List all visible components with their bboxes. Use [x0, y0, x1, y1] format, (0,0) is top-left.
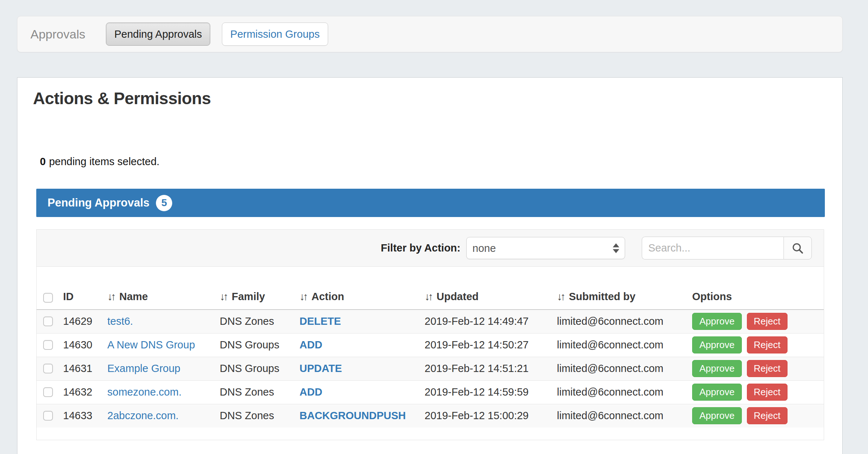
action-filter-select[interactable]: none: [466, 237, 625, 259]
row-action-link[interactable]: ADD: [299, 386, 322, 398]
filter-bar: Filter by Action: none: [36, 229, 824, 267]
row-name-cell: Example Group: [107, 357, 220, 380]
row-updated: 2019-Feb-12 14:59:59: [425, 380, 557, 404]
table-row: 14630 A New DNS Group DNS Groups ADD 201…: [37, 333, 824, 357]
row-name-link[interactable]: 2abczone.com.: [107, 410, 179, 421]
section-title: Pending Approvals: [47, 196, 149, 209]
table-row: 14631 Example Group DNS Groups UPDATE 20…: [37, 357, 824, 380]
row-action-cell: DELETE: [299, 310, 425, 333]
row-checkbox[interactable]: [43, 364, 53, 373]
row-submitted-by: limited@6connect.com: [557, 357, 692, 380]
col-header-name[interactable]: ↓↑Name: [107, 267, 220, 310]
sort-icon[interactable]: ↓↑: [220, 291, 227, 302]
table-row: 14632 somezone.com. DNS Zones ADD 2019-F…: [37, 380, 824, 404]
approve-button[interactable]: Approve: [692, 313, 742, 330]
row-checkbox[interactable]: [43, 340, 53, 350]
row-updated: 2019-Feb-12 14:51:21: [425, 357, 557, 380]
row-checkbox[interactable]: [43, 411, 53, 421]
row-select-cell: [37, 310, 57, 333]
search-group: [642, 237, 812, 259]
row-options-cell: Approve Reject: [692, 310, 824, 333]
search-icon: [791, 242, 804, 255]
row-select-cell: [37, 380, 57, 404]
row-submitted-by: limited@6connect.com: [557, 333, 692, 357]
approve-button[interactable]: Approve: [692, 336, 742, 353]
row-family: DNS Groups: [220, 357, 299, 380]
select-all-cell: [37, 267, 57, 310]
row-select-cell: [37, 404, 57, 428]
row-updated: 2019-Feb-12 15:00:29: [425, 404, 557, 428]
row-action-cell: ADD: [299, 380, 425, 404]
row-select-cell: [37, 333, 57, 357]
approve-button[interactable]: Approve: [692, 360, 742, 377]
search-input[interactable]: [642, 237, 784, 259]
col-header-family[interactable]: ↓↑Family: [220, 267, 299, 310]
approve-button[interactable]: Approve: [692, 407, 742, 424]
row-action-link[interactable]: DELETE: [299, 315, 341, 327]
col-header-id: ID: [57, 267, 107, 310]
row-name-cell: test6.: [107, 310, 220, 333]
selected-count-label: pending items selected.: [49, 156, 160, 167]
table-row: 14633 2abczone.com. DNS Zones BACKGROUND…: [37, 404, 824, 428]
reject-button[interactable]: Reject: [747, 407, 788, 424]
row-name-link[interactable]: test6.: [107, 315, 133, 327]
reject-button[interactable]: Reject: [747, 384, 788, 401]
col-header-updated[interactable]: ↓↑Updated: [425, 267, 557, 310]
row-id: 14630: [57, 333, 107, 357]
row-checkbox[interactable]: [43, 387, 53, 397]
row-updated: 2019-Feb-12 14:49:47: [425, 310, 557, 333]
approvals-table-container: ID ↓↑Name ↓↑Family ↓↑Action ↓↑Updated ↓↑…: [36, 267, 824, 440]
row-action-link[interactable]: ADD: [299, 339, 322, 351]
page-title: Actions & Permissions: [33, 89, 211, 108]
table-header-row: ID ↓↑Name ↓↑Family ↓↑Action ↓↑Updated ↓↑…: [37, 267, 824, 310]
row-id: 14629: [57, 310, 107, 333]
selected-count: 0: [40, 156, 46, 167]
sort-icon[interactable]: ↓↑: [299, 291, 306, 302]
row-name-cell: somezone.com.: [107, 380, 220, 404]
row-name-link[interactable]: Example Group: [107, 363, 181, 374]
row-updated: 2019-Feb-12 14:50:27: [425, 333, 557, 357]
row-family: DNS Zones: [220, 310, 299, 333]
row-select-cell: [37, 357, 57, 380]
row-action-link[interactable]: BACKGROUNDPUSH: [299, 410, 406, 421]
row-action-cell: BACKGROUNDPUSH: [299, 404, 425, 428]
row-id: 14633: [57, 404, 107, 428]
filter-by-action-label: Filter by Action:: [381, 242, 460, 254]
pending-approvals-header: Pending Approvals 5: [36, 189, 825, 217]
col-header-submitted-by[interactable]: ↓↑Submitted by: [557, 267, 692, 310]
sort-icon[interactable]: ↓↑: [107, 291, 114, 302]
count-badge: 5: [156, 195, 172, 211]
reject-button[interactable]: Reject: [747, 336, 788, 353]
row-options-cell: Approve Reject: [692, 380, 824, 404]
row-action-cell: UPDATE: [299, 357, 425, 380]
row-submitted-by: limited@6connect.com: [557, 380, 692, 404]
reject-button[interactable]: Reject: [747, 360, 788, 377]
row-id: 14631: [57, 357, 107, 380]
sort-icon[interactable]: ↓↑: [425, 291, 431, 302]
approve-button[interactable]: Approve: [692, 384, 742, 401]
col-header-action[interactable]: ↓↑Action: [299, 267, 425, 310]
row-options-cell: Approve Reject: [692, 357, 824, 380]
row-checkbox[interactable]: [43, 316, 53, 326]
row-family: DNS Zones: [220, 404, 299, 428]
tab-permission-groups[interactable]: Permission Groups: [222, 23, 328, 46]
row-name-link[interactable]: A New DNS Group: [107, 339, 195, 351]
toolbar: Approvals Pending Approvals Permission G…: [17, 16, 843, 52]
search-button[interactable]: [784, 237, 812, 259]
row-submitted-by: limited@6connect.com: [557, 310, 692, 333]
pending-selected-summary: 0pending items selected.: [40, 156, 160, 168]
row-submitted-by: limited@6connect.com: [557, 404, 692, 428]
row-name-link[interactable]: somezone.com.: [107, 386, 182, 398]
col-header-options: Options: [692, 267, 824, 310]
sort-icon[interactable]: ↓↑: [557, 291, 564, 302]
row-action-link[interactable]: UPDATE: [299, 363, 342, 374]
reject-button[interactable]: Reject: [747, 313, 788, 330]
select-all-checkbox[interactable]: [43, 293, 53, 303]
row-id: 14632: [57, 380, 107, 404]
main-panel: Actions & Permissions 0pending items sel…: [17, 77, 843, 454]
row-action-cell: ADD: [299, 333, 425, 357]
action-select-wrap: none: [466, 237, 625, 259]
table-row: 14629 test6. DNS Zones DELETE 2019-Feb-1…: [37, 310, 824, 333]
approvals-table-body: 14629 test6. DNS Zones DELETE 2019-Feb-1…: [37, 310, 824, 428]
tab-pending-approvals[interactable]: Pending Approvals: [106, 23, 210, 46]
